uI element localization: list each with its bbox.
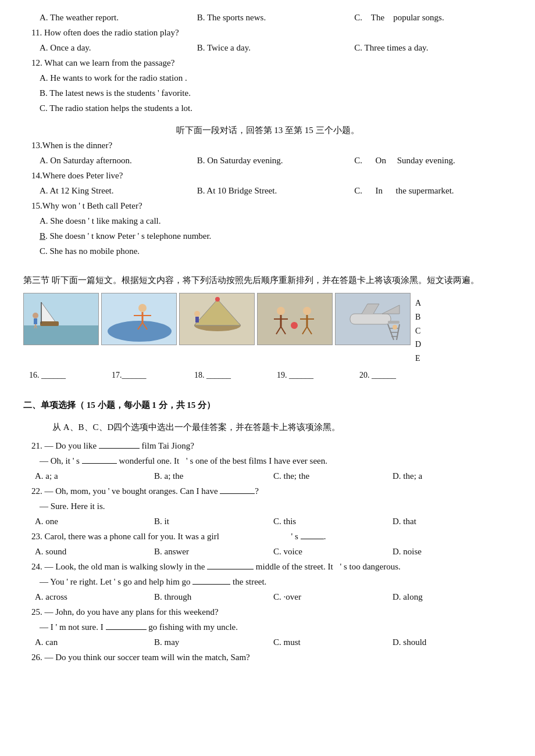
q13-opt-a: A. On Saturday afternoon. (40, 153, 197, 167)
q11-options: A. Once a day. B. Twice a day. C. Three … (23, 41, 512, 55)
q13-opt-c: C. On Sunday evening. (354, 153, 512, 167)
q14-opt-b: B. At 10 Bridge Street. (197, 184, 355, 198)
q24-options: A. across B. through C. ·over D. along (23, 590, 512, 604)
q25-opt-c: C. must (273, 635, 393, 649)
q17-label: 17.______ (112, 369, 194, 382)
img-labels: 16. ______ 17.______ 18. ______ 19. ____… (23, 369, 512, 382)
q25-line2: — I ' m not sure. I go fishing with my u… (23, 620, 512, 634)
img-letters: A B C D E (415, 293, 421, 366)
q12-opt-b: B. The latest news is the students ' fav… (23, 86, 512, 100)
q13-opt-b: B. On Saturday evening. (197, 153, 355, 167)
q15-opt-b: B. She doesn ' t know Peter ' s telephon… (23, 229, 512, 243)
svg-rect-20 (195, 317, 199, 323)
q24-opt-c: C. ·over (273, 590, 393, 604)
q21-opt-d: D. the; a (393, 469, 512, 483)
q12-text: 12. What can we learn from the passage? (23, 56, 512, 70)
q15-opt-c: C. She has no mobile phone. (23, 244, 512, 258)
q14-opt-c: C. In the supermarket. (354, 184, 512, 198)
section2-header: 二、单项选择（ 15 小题，每小题 1 分，共 15 分） (23, 398, 512, 412)
q25-opt-a: A. can (35, 635, 154, 649)
q12-opt-c: C. The radio station helps the students … (23, 101, 512, 115)
q22-line1: 22. — Oh, mom, you ' ve bought oranges. … (23, 484, 512, 498)
q24-line2: — You ' re right. Let ' s go and help hi… (23, 575, 512, 589)
q10-options: A. The weather report. B. The sports new… (23, 10, 512, 24)
svg-point-5 (33, 313, 38, 318)
exam-content: A. The weather report. B. The sports new… (23, 10, 512, 664)
q14-options: A. At 12 King Street. B. At 10 Bridge St… (23, 184, 512, 198)
q11-opt-a: A. Once a day. (40, 41, 197, 55)
image-b (101, 293, 177, 345)
svg-rect-34 (350, 314, 391, 324)
q23-opt-d: D. noise (393, 544, 512, 558)
q11-opt-b: B. Twice a day. (197, 41, 355, 55)
q12-opt-a: A. He wants to work for the radio statio… (23, 71, 512, 85)
svg-point-41 (393, 325, 397, 329)
q26-text: 26. — Do you think our soccer team will … (23, 650, 512, 664)
q22-opt-b: B. it (154, 514, 273, 528)
q25-opt-b: B. may (154, 635, 273, 649)
section3-header: 第三节 听下面一篇短文。根据短文内容，将下列活动按照先后顺序重新排列，并在答题卡… (23, 273, 512, 287)
q23-opt-b: B. answer (154, 544, 273, 558)
svg-point-11 (138, 304, 147, 312)
svg-point-22 (277, 307, 285, 315)
image-a (23, 293, 99, 345)
q10-opt-b: B. The sports news. (197, 10, 355, 24)
q21-line2: — Oh, it ' s wonderful one. It ' s one o… (23, 454, 512, 468)
q24-line1: 24. — Look, the old man is walking slowl… (23, 560, 512, 574)
q25-options: A. can B. may C. must D. should (23, 635, 512, 649)
images-row: A B C D E (23, 293, 512, 366)
section2-instruction: 从 A、B、C、D四个选项中选出一个最佳答案，并在答题卡上将该项涂黑。 (23, 420, 512, 434)
q13-text: 13.When is the dinner? (23, 138, 512, 152)
svg-point-27 (303, 307, 311, 315)
svg-point-32 (291, 322, 298, 329)
q15-opt-a: A. She doesn ' t like making a call. (23, 214, 512, 228)
q21-options: A. a; a B. a; the C. the; the D. the; a (23, 469, 512, 483)
q24-opt-b: B. through (154, 590, 273, 604)
q23-opt-c: C. voice (273, 544, 393, 558)
q14-text: 14.Where does Peter live? (23, 169, 512, 182)
q11-opt-c: C. Three times a day. (354, 41, 512, 55)
q21-opt-a: A. a; a (35, 469, 154, 483)
q23-line1: 23. Carol, there was a phone call for yo… (23, 529, 512, 543)
q22-opt-c: C. this (273, 514, 393, 528)
svg-point-10 (108, 321, 172, 342)
image-e (335, 293, 411, 345)
q22-line2: — Sure. Here it is. (23, 499, 512, 513)
image-c (179, 293, 255, 345)
q23-options: A. sound B. answer C. voice D. noise (23, 544, 512, 558)
q19-label: 19. ______ (277, 369, 359, 382)
q25-line1: 25. — John, do you have any plans for th… (23, 605, 512, 619)
svg-rect-1 (24, 325, 99, 345)
q25-opt-d: D. should (393, 635, 512, 649)
svg-rect-21 (258, 293, 333, 345)
q14-opt-a: A. At 12 King Street. (40, 184, 197, 198)
q11-text: 11. How often does the radio station pla… (23, 26, 512, 40)
q10-opt-a: A. The weather report. (40, 10, 197, 24)
q24-opt-d: D. along (393, 590, 512, 604)
q23-opt-a: A. sound (35, 544, 154, 558)
svg-point-19 (194, 311, 200, 317)
q21-opt-c: C. the; the (273, 469, 393, 483)
q20-label: 20. ______ (359, 369, 442, 382)
q15-text: 15.Why won ' t Beth call Peter? (23, 199, 512, 213)
svg-rect-3 (40, 321, 59, 326)
q16-label: 16. ______ (29, 369, 112, 382)
q21-opt-b: B. a; the (154, 469, 273, 483)
q21-line1: 21. — Do you like film Tai Jiong? (23, 439, 512, 453)
svg-point-18 (215, 297, 220, 302)
svg-rect-6 (34, 318, 37, 324)
q10-opt-c: C. The popular songs. (354, 10, 512, 24)
q22-options: A. one B. it C. this D. that (23, 514, 512, 528)
listening-instruction: 听下面一段对话，回答第 13 至第 15 三个小题。 (23, 123, 512, 137)
q22-opt-a: A. one (35, 514, 154, 528)
q24-opt-a: A. across (35, 590, 154, 604)
svg-rect-35 (388, 321, 400, 324)
q22-opt-d: D. that (393, 514, 512, 528)
q13-options: A. On Saturday afternoon. B. On Saturday… (23, 153, 512, 167)
q18-label: 18. ______ (194, 369, 277, 382)
image-d (257, 293, 333, 345)
